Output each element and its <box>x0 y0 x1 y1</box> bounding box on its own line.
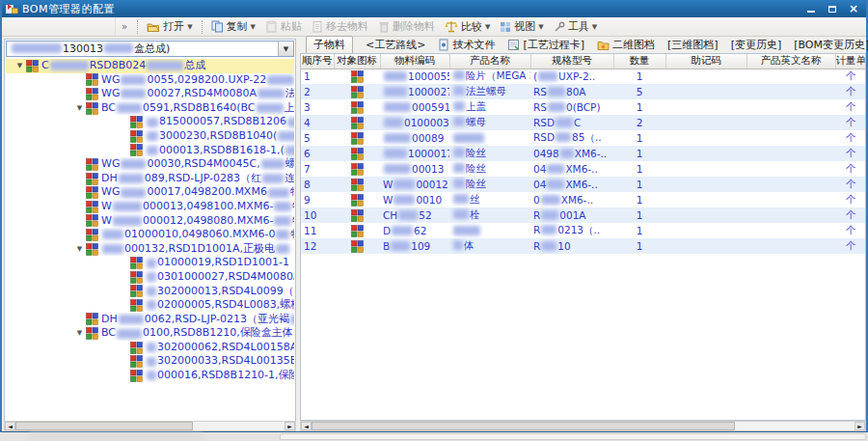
tab-process-route[interactable]: <工艺路线> <box>366 38 425 52</box>
minimize-button[interactable] <box>804 3 818 14</box>
column-header-spec[interactable]: 规格型号 <box>530 54 613 69</box>
table-row[interactable]: 401000030螺母RSDC2个 <box>301 115 866 130</box>
tree-item[interactable]: DH0062,RSD-LJP-0213（亚光褐片:1 <box>6 313 294 327</box>
table-row[interactable]: 12B109体R101个 <box>301 238 866 254</box>
unit-glyph: 个 <box>846 85 856 96</box>
cell-name: 险片（MEGA 200A.. <box>449 69 530 84</box>
cell-icon <box>334 99 380 115</box>
table-row[interactable]: 3000591上盖RS0(BCP)1个 <box>301 99 866 115</box>
tree-item[interactable]: W000012,0498080.MXM6-特保险丝:1 <box>6 214 294 229</box>
text-segment: R <box>533 209 540 221</box>
part-icon <box>86 313 98 325</box>
scroll-left-icon[interactable]: ◄ <box>301 422 312 430</box>
combobox-dropdown-icon[interactable]: ▼ <box>278 41 293 56</box>
toolbar-button-open[interactable]: 打开▼ <box>142 17 197 36</box>
tree-expander-icon[interactable]: ▼ <box>73 242 86 257</box>
tree-item[interactable]: WG00017,0498200.MXM6特保险丝:1 <box>6 185 294 200</box>
tree-item[interactable]: 02000005,RSD4L0083,螺栓: <box>6 298 294 313</box>
toolbar-button-delete-material: 删除物料 <box>373 17 440 36</box>
scroll-right-icon[interactable]: ► <box>285 422 295 430</box>
toolbar-overflow-chevron-icon[interactable]: » <box>116 21 133 32</box>
blurred-segment <box>147 343 156 352</box>
root-part-combobox[interactable]: 130013盒总成) ▼ <box>6 41 294 57</box>
close-button[interactable]: × <box>847 3 860 14</box>
tab-tech-file[interactable]: 技术文件 <box>438 38 495 52</box>
tree-item[interactable]: 0301000027,RSD4M0080A,法兰螺母:1 <box>6 270 294 285</box>
tree-item[interactable]: ▼CRSD8B024总成 <box>6 59 294 73</box>
tree-item[interactable]: DH089,RSD-LJP-0283（红连接片:1 <box>6 172 294 186</box>
toolbar-button-label: 工具 <box>568 19 589 34</box>
scrollbar-thumb[interactable] <box>15 422 193 430</box>
app-icon <box>6 3 18 14</box>
toolbar-button-compare[interactable]: 比较▼ <box>440 17 495 36</box>
column-header-unit[interactable]: 计量单 <box>835 54 866 69</box>
tab-label: [三维图档] <box>667 38 719 52</box>
toolbar-button-copy[interactable]: 复制▼ <box>206 17 260 36</box>
tree-item[interactable]: 01000010,0498060.MXM6-0特保险丝:1 <box>6 228 294 242</box>
table-row[interactable]: 700013险丝04XM6-..1个 <box>301 161 866 177</box>
cell-seq: 3 <box>301 99 334 115</box>
column-header-qty[interactable]: 数量 <box>613 54 665 69</box>
column-header-mnemonic[interactable]: 助记码 <box>665 54 746 69</box>
tree-item[interactable]: WG00027,RSD4M0080A法兰螺母:5 <box>6 87 294 101</box>
tree-item[interactable]: 000013,RSD8B1618-1,(上盖:1 <box>6 144 294 158</box>
cell-qty: 1 <box>613 192 665 207</box>
tab-bom-change-history[interactable]: [BOM变更历史] <box>794 38 868 52</box>
cell-en_name <box>746 207 835 223</box>
scroll-left-icon[interactable]: ◄ <box>5 422 15 430</box>
restore-button[interactable] <box>826 3 839 14</box>
tree-item[interactable]: 01000019,RSD1D1001-1（R7200）（1D1011-1 1D1… <box>6 256 294 270</box>
table-row[interactable]: 9W0010丝0XM6-..1个 <box>301 192 866 207</box>
tree-item[interactable]: 000016,RSD8B1210-1,保险盒 <box>6 369 294 383</box>
tab-change-history[interactable]: [变更历史] <box>731 38 782 52</box>
table-row[interactable]: 11D62R0213（..1个 <box>301 223 866 238</box>
tree-item[interactable]: WG0055,0298200.UXP-22保险片（MEGA 200A双孔带锁 <box>6 73 294 88</box>
text-segment: 特保险丝:1 <box>290 228 294 242</box>
blurred-segment <box>541 225 556 234</box>
close-icon: × <box>849 4 858 14</box>
scroll-right-icon[interactable]: ► <box>854 422 865 430</box>
dropdown-arrow-icon: ▼ <box>251 23 256 31</box>
table-row[interactable]: 11000055险片（MEGA 200A..(UXP-2..1个 <box>301 69 866 84</box>
table-row[interactable]: 10CH52栓R001A1个 <box>301 207 866 223</box>
blurred-segment <box>453 101 465 111</box>
blurred-segment <box>147 131 158 141</box>
tree-expander-icon[interactable]: ▼ <box>14 59 26 73</box>
scrollbar-track[interactable] <box>312 422 854 430</box>
column-header-name[interactable]: 产品名称 <box>449 54 530 69</box>
tab-2d-drawing[interactable]: 二维图档 <box>597 38 655 52</box>
scrollbar-track[interactable] <box>15 422 285 430</box>
tree-item[interactable]: 302000033,RSD4L00135B（转）M8螺栓:2 <box>6 354 294 369</box>
table-row[interactable]: 500089RSD85（..1个 <box>301 130 866 146</box>
scrollbar-thumb[interactable] <box>312 422 735 430</box>
table-row[interactable]: 61000017险丝0498XM6-..1个 <box>301 146 866 161</box>
left-horizontal-scrollbar[interactable]: ◄ ► <box>4 421 296 431</box>
text-segment: 001A <box>559 209 585 221</box>
tab-3d-drawing[interactable]: [三维图档] <box>667 38 719 52</box>
tab-process-card[interactable]: [工艺过程卡] <box>507 38 584 52</box>
tree-item[interactable]: 302000013,RSD4L0099（4L04L0099B 4L0099D）螺… <box>6 285 294 299</box>
column-header-code[interactable]: 物料编码 <box>380 54 449 69</box>
tree-item[interactable]: WG00030,RSD4M0045C,螺母:2 <box>6 157 294 172</box>
tree-item[interactable]: 302000062,RSD4L00158A,M6螺栓:12 <box>6 341 294 355</box>
tree-item[interactable]: 815000057,RSD8B1206护膜,保护膜（粗皮纹）:1 <box>6 115 294 129</box>
blurred-segment <box>393 179 415 189</box>
tree-item[interactable]: ▼000132,RSD1D1001A,正极电 <box>6 242 294 257</box>
toolbar-button-view[interactable]: 视图▼ <box>495 17 548 36</box>
column-header-seq[interactable]: 顺序号 <box>301 54 334 69</box>
tree-expander-icon[interactable]: ▼ <box>73 101 86 116</box>
table-row[interactable]: 8W00012险丝04XM6-..1个 <box>301 177 866 192</box>
toolbar-button-tools[interactable]: 工具▼ <box>549 17 602 36</box>
part-icon <box>26 60 39 72</box>
tree-item[interactable]: ▼BC0591,RSD8B1640(BC上盖:1 <box>6 101 294 116</box>
column-header-icon[interactable]: 对象图标 <box>334 54 380 69</box>
tree-item[interactable]: 3000230,RSD8B1040(PP):1 <box>6 129 294 144</box>
tree-expander-icon[interactable]: ▼ <box>73 326 86 341</box>
right-horizontal-scrollbar[interactable]: ◄ ► <box>300 421 866 431</box>
cell-unit: 个 <box>835 69 866 84</box>
column-header-en_name[interactable]: 产品英文名称 <box>746 54 835 69</box>
tab-sub-material[interactable]: 子物料 <box>306 36 353 54</box>
table-row[interactable]: 21000027法兰螺母RS80A5个 <box>301 84 866 99</box>
tree-item[interactable]: ▼BC0100,RSD8B1210,保险盒主体 <box>6 326 294 341</box>
tree-item[interactable]: W000013,0498100.MXM6-特保险丝:1 <box>6 200 294 214</box>
